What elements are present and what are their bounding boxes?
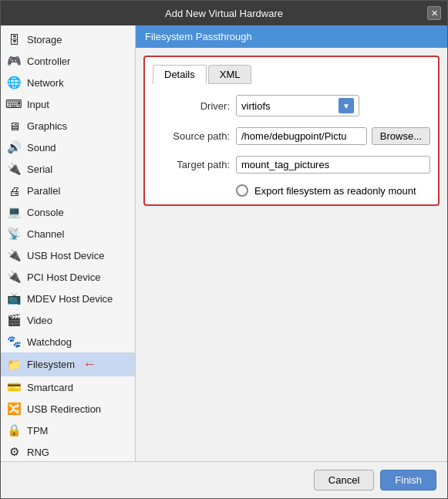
smartcard-icon: 💳 — [7, 380, 21, 394]
source-control-group: /home/debugpoint/Pictu Browse... — [236, 127, 430, 145]
sidebar-item-filesystem[interactable]: 📁Filesystem← — [1, 352, 135, 376]
mdev-host-icon: 📺 — [7, 292, 21, 305]
sidebar-label-storage: Storage — [27, 34, 62, 46]
close-button[interactable]: ✕ — [427, 6, 441, 20]
active-arrow-icon: ← — [83, 356, 96, 373]
sidebar-label-smartcard: Smartcard — [27, 382, 73, 393]
target-label: Target path: — [153, 159, 230, 170]
serial-icon: 🔌 — [7, 162, 21, 176]
storage-icon: 🗄 — [7, 32, 21, 46]
cancel-button[interactable]: Cancel — [314, 470, 374, 491]
finish-button[interactable]: Finish — [380, 470, 436, 491]
sidebar-label-tpm: TPM — [27, 425, 48, 437]
sidebar-item-controller[interactable]: 🎮Controller — [1, 50, 135, 72]
sidebar-item-usb-redirect[interactable]: 🔀USB Redirection — [1, 398, 135, 420]
sidebar-item-watchdog[interactable]: 🐾Watchdog — [1, 331, 135, 352]
sidebar-label-controller: Controller — [27, 56, 70, 67]
rng-icon: ⚙ — [7, 445, 21, 459]
network-icon: 🌐 — [7, 76, 21, 89]
readonly-row: Export filesystem as readonly mount — [236, 184, 430, 197]
title-bar: Add New Virtual Hardware ✕ — [1, 1, 447, 25]
filesystem-icon: 📁 — [7, 358, 21, 372]
controller-icon: 🎮 — [7, 54, 21, 68]
bottom-bar: Cancel Finish — [1, 461, 447, 498]
sidebar-label-rng: RNG — [27, 447, 49, 458]
usb-redirect-icon: 🔀 — [7, 402, 21, 416]
sidebar-label-serial: Serial — [27, 164, 52, 175]
sidebar-item-rng[interactable]: ⚙RNG — [1, 441, 135, 461]
driver-dropdown[interactable]: virtiofs ▼ — [236, 95, 359, 116]
graphics-icon: 🖥 — [7, 119, 21, 133]
source-row: Source path: /home/debugpoint/Pictu Brow… — [153, 127, 430, 145]
driver-control-group: virtiofs ▼ — [236, 95, 430, 116]
pci-host-icon: 🔌 — [7, 270, 21, 284]
window-title: Add New Virtual Hardware — [165, 8, 283, 19]
video-icon: 🎬 — [7, 313, 21, 327]
sidebar-label-usb-host: USB Host Device — [27, 250, 104, 261]
driver-label: Driver: — [153, 100, 230, 112]
sidebar-label-input: Input — [27, 99, 49, 110]
sidebar-item-smartcard[interactable]: 💳Smartcard — [1, 376, 135, 398]
sound-icon: 🔊 — [7, 140, 21, 154]
sidebar-item-tpm[interactable]: 🔒TPM — [1, 420, 135, 441]
browse-button[interactable]: Browse... — [372, 127, 430, 145]
readonly-label: Export filesystem as readonly mount — [254, 185, 416, 197]
sidebar-item-parallel[interactable]: 🖨Parallel — [1, 180, 135, 201]
sidebar-item-mdev-host[interactable]: 📺MDEV Host Device — [1, 288, 135, 309]
sidebar-label-parallel: Parallel — [27, 185, 60, 197]
driver-value: virtiofs — [241, 100, 271, 112]
console-icon: 💻 — [7, 205, 21, 219]
sidebar-item-sound[interactable]: 🔊Sound — [1, 137, 135, 158]
content-area: 🗄Storage🎮Controller🌐Network⌨Input🖥Graphi… — [1, 25, 447, 461]
tab-bar: DetailsXML — [153, 65, 430, 84]
form-area: DetailsXML Driver: virtiofs ▼ Source pat… — [136, 48, 447, 461]
sidebar-item-input[interactable]: ⌨Input — [1, 93, 135, 115]
input-icon: ⌨ — [7, 97, 21, 111]
tab-xml[interactable]: XML — [208, 65, 252, 84]
watchdog-icon: 🐾 — [7, 335, 21, 349]
sidebar-item-network[interactable]: 🌐Network — [1, 72, 135, 93]
readonly-radio[interactable] — [236, 184, 248, 197]
sidebar-label-pci-host: PCI Host Device — [27, 271, 100, 283]
tab-details[interactable]: Details — [153, 65, 207, 84]
main-panel: Filesystem Passthrough DetailsXML Driver… — [136, 25, 447, 461]
sidebar-item-console[interactable]: 💻Console — [1, 201, 135, 223]
target-control-group: mount_tag_pictures — [236, 156, 430, 174]
sidebar-label-filesystem: Filesystem — [27, 359, 75, 370]
usb-host-icon: 🔌 — [7, 248, 21, 262]
target-row: Target path: mount_tag_pictures — [153, 156, 430, 174]
parallel-icon: 🖨 — [7, 184, 21, 197]
section-header: Filesystem Passthrough — [136, 25, 447, 48]
sidebar-label-graphics: Graphics — [27, 120, 67, 132]
sidebar-label-sound: Sound — [27, 142, 56, 153]
form-box: DetailsXML Driver: virtiofs ▼ Source pat… — [143, 56, 440, 206]
sidebar-label-watchdog: Watchdog — [27, 336, 72, 348]
sidebar-label-mdev-host: MDEV Host Device — [27, 293, 113, 305]
target-input[interactable]: mount_tag_pictures — [236, 156, 430, 174]
channel-icon: 📡 — [7, 227, 21, 241]
sidebar-item-pci-host[interactable]: 🔌PCI Host Device — [1, 266, 135, 288]
sidebar-label-network: Network — [27, 77, 64, 89]
sidebar-item-storage[interactable]: 🗄Storage — [1, 29, 135, 50]
sidebar-label-console: Console — [27, 207, 64, 218]
dropdown-arrow-icon[interactable]: ▼ — [339, 98, 354, 113]
sidebar-item-graphics[interactable]: 🖥Graphics — [1, 115, 135, 137]
driver-row: Driver: virtiofs ▼ — [153, 95, 430, 116]
sidebar-label-video: Video — [27, 315, 52, 326]
tpm-icon: 🔒 — [7, 423, 21, 437]
sidebar-item-channel[interactable]: 📡Channel — [1, 223, 135, 244]
sidebar: 🗄Storage🎮Controller🌐Network⌨Input🖥Graphi… — [1, 25, 136, 461]
sidebar-item-serial[interactable]: 🔌Serial — [1, 158, 135, 180]
sidebar-item-video[interactable]: 🎬Video — [1, 309, 135, 331]
source-label: Source path: — [153, 130, 230, 142]
sidebar-label-usb-redirect: USB Redirection — [27, 403, 101, 415]
source-input[interactable]: /home/debugpoint/Pictu — [236, 127, 367, 145]
sidebar-item-usb-host[interactable]: 🔌USB Host Device — [1, 244, 135, 266]
main-window: Add New Virtual Hardware ✕ 🗄Storage🎮Cont… — [0, 0, 448, 499]
sidebar-label-channel: Channel — [27, 228, 64, 240]
